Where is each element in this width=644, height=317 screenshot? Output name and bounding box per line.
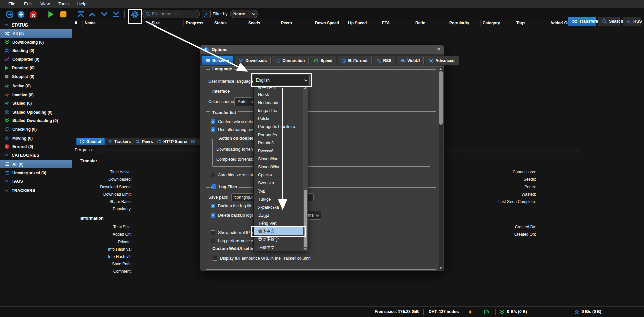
scroll-up-icon[interactable]	[439, 68, 442, 70]
scrollbar-thumb[interactable]	[304, 190, 307, 247]
announce-url-checkbox[interactable]	[213, 256, 217, 261]
language-option[interactable]: Русский	[254, 147, 308, 155]
close-icon[interactable]: ✕	[436, 47, 441, 52]
column-size[interactable]: Size	[150, 20, 184, 26]
categories-section-header[interactable]: CATEGORIES	[0, 151, 72, 159]
sidebar-item-seeding[interactable]: Seeding (0)	[0, 46, 72, 55]
flame-icon[interactable]	[468, 309, 473, 315]
column-eta[interactable]: ETA	[380, 20, 413, 26]
column-ratio[interactable]: Ratio	[413, 20, 447, 26]
tab-general[interactable]: General	[76, 138, 105, 145]
tab-bittorrent[interactable]: BitTorrent	[338, 56, 371, 65]
sidebar-item-stalled[interactable]: Stalled (0)	[0, 99, 72, 107]
move-top-button[interactable]	[76, 10, 85, 19]
menu-file[interactable]: File	[4, 0, 20, 8]
sidebar-item-errored[interactable]: Errored (0)	[0, 142, 72, 151]
external-ip-checkbox[interactable]	[211, 230, 215, 235]
column-progress[interactable]: Progress	[184, 20, 212, 26]
status-section-header[interactable]: STATUS	[0, 21, 72, 29]
language-option[interactable]: 香港正體字	[254, 235, 308, 244]
alternating-rows-checkbox[interactable]	[211, 127, 215, 132]
column-down-speed[interactable]: Down Speed	[313, 20, 346, 26]
add-torrent-link-button[interactable]	[5, 10, 14, 19]
sidebar-item-moving[interactable]: Moving (0)	[0, 134, 72, 142]
tab-peers[interactable]: Peers	[132, 138, 156, 145]
column-number[interactable]: #	[73, 20, 83, 26]
tags-section-header[interactable]: TAGS	[0, 177, 72, 186]
sidebar-item-checking[interactable]: Checking (0)	[0, 125, 72, 134]
scroll-down-icon[interactable]	[304, 248, 307, 250]
column-tags[interactable]: Tags	[514, 20, 548, 26]
sidebar-category-all[interactable]: All (0)	[0, 160, 72, 168]
language-option[interactable]: Tiếng Việt	[254, 219, 308, 227]
language-option[interactable]: Slovenščina	[254, 163, 308, 171]
resume-button[interactable]	[46, 10, 55, 19]
language-option[interactable]: Svenska	[254, 179, 308, 187]
search-view-button[interactable]: Search	[598, 17, 620, 26]
add-torrent-file-button[interactable]	[17, 10, 25, 19]
language-option[interactable]: Português brasileiro	[254, 123, 308, 131]
tab-advanced[interactable]: Advanced	[425, 56, 459, 65]
language-option[interactable]: 正體中文	[254, 244, 308, 251]
language-option[interactable]: Türkçe	[254, 195, 308, 203]
scroll-down-icon[interactable]	[439, 267, 442, 269]
auto-hide-checkbox[interactable]	[211, 173, 215, 177]
sidebar-item-running[interactable]: Running (0)	[0, 64, 72, 72]
trackers-section-header[interactable]: TRACKERS	[0, 186, 72, 195]
tab-behavior[interactable]: Behavior	[202, 56, 233, 65]
dropdown-scrollbar[interactable]	[303, 86, 308, 251]
scroll-up-icon[interactable]	[304, 87, 307, 89]
column-seeds[interactable]: Seeds	[246, 20, 279, 26]
language-option[interactable]: Українська	[254, 203, 308, 211]
confirm-delete-checkbox[interactable]	[211, 119, 215, 124]
column-name[interactable]: Name	[83, 20, 150, 26]
sidebar-item-active[interactable]: Active (0)	[0, 82, 72, 90]
sidebar-item-stalled-downloading[interactable]: Stalled Downloading (0)	[0, 116, 72, 125]
tab-rss[interactable]: RSS	[373, 56, 396, 65]
ui-language-select[interactable]: English	[253, 75, 310, 85]
language-option[interactable]: Nederlands	[254, 99, 308, 107]
language-option[interactable]: Slovenčina	[254, 155, 308, 163]
perf-warnings-checkbox[interactable]	[211, 239, 215, 243]
dialog-scrollbar[interactable]	[439, 67, 443, 270]
filter-by-select[interactable]: Name	[230, 10, 258, 18]
tab-webui[interactable]: WebUI	[397, 56, 424, 65]
language-option[interactable]: Português	[254, 131, 308, 139]
tab-downloads[interactable]: Downloads	[235, 56, 271, 65]
menu-view[interactable]: View	[36, 0, 54, 8]
transfers-view-button[interactable]: Transfers	[568, 17, 596, 26]
menu-tools[interactable]: Tools	[54, 0, 73, 8]
filter-torrent-input[interactable]	[152, 12, 196, 16]
column-peers[interactable]: Peers	[279, 20, 313, 26]
move-down-button[interactable]	[100, 10, 109, 19]
log-files-checkbox[interactable]	[212, 184, 216, 189]
menu-edit[interactable]: Edit	[20, 0, 36, 8]
tab-speed[interactable]: Speed	[310, 56, 336, 65]
rss-view-button[interactable]: RSS	[623, 17, 641, 26]
language-option[interactable]: ئۇزبېك	[254, 211, 308, 219]
language-option[interactable]: Norsk	[254, 91, 308, 99]
sidebar-item-all[interactable]: All (0)	[0, 29, 72, 38]
language-option-highlighted[interactable]: 简体中文	[254, 227, 308, 235]
regex-filter-toggle[interactable]: *	[202, 10, 211, 18]
column-popularity[interactable]: Popularity	[447, 20, 481, 26]
menu-help[interactable]: Help	[73, 0, 91, 8]
speed-gauge-icon[interactable]	[484, 309, 489, 315]
sidebar-item-downloading[interactable]: Downloading (0)	[0, 38, 72, 46]
move-up-button[interactable]	[88, 10, 97, 19]
move-bottom-button[interactable]	[112, 10, 121, 19]
delete-button[interactable]	[29, 10, 38, 19]
language-option[interactable]: lenga d'òc	[254, 107, 308, 115]
dialog-title-bar[interactable]: Options ✕	[200, 45, 444, 54]
tab-trackers[interactable]: Trackers	[105, 138, 134, 145]
tab-connection[interactable]: Connection	[272, 56, 309, 65]
column-status[interactable]: Status	[212, 20, 246, 26]
column-up-speed[interactable]: Up Speed	[346, 20, 380, 26]
tab-partial-hidden[interactable]	[187, 138, 201, 145]
sidebar-item-completed[interactable]: Completed (0)	[0, 55, 72, 63]
language-option[interactable]: Polski	[254, 115, 308, 123]
column-category[interactable]: Category	[481, 20, 514, 26]
language-option[interactable]: Српски	[254, 171, 308, 179]
options-button[interactable]	[130, 10, 139, 19]
language-option[interactable]: ไทย	[254, 187, 308, 195]
